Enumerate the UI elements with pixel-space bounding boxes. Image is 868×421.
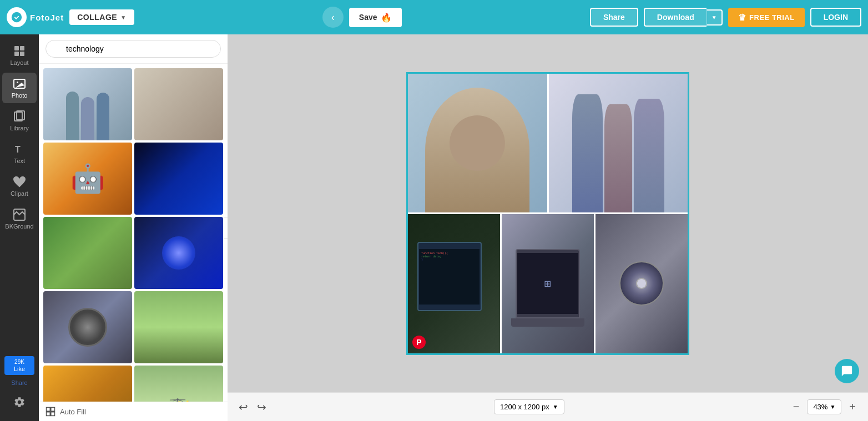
share-button[interactable]: Share: [590, 8, 638, 27]
panel-collapse-button[interactable]: ‹: [224, 217, 228, 239]
login-button[interactable]: LOGIN: [810, 8, 861, 27]
auto-fill-label: Auto Fill: [60, 408, 86, 416]
photo-thumb-office-plants[interactable]: [43, 217, 132, 289]
logo: FotoJet: [7, 7, 64, 27]
settings-button[interactable]: [9, 392, 30, 415]
collage-canvas[interactable]: function tech(){ return data; } P: [406, 72, 689, 355]
download-arrow-button[interactable]: ▼: [706, 9, 723, 26]
sidebar-text-label: Text: [14, 158, 25, 164]
photo-thumb-office-group[interactable]: [43, 68, 132, 140]
canvas-toolbar: ↩ ↪ 1200 x 1200 px ▼ − 43% ▼ +: [228, 392, 868, 421]
sidebar-bkground-label: BKGround: [5, 223, 33, 230]
photo-thumb-blue-light[interactable]: [134, 217, 223, 289]
crown-icon: ♛: [738, 12, 746, 23]
search-wrapper: [46, 40, 221, 58]
auto-fill-bar[interactable]: Auto Fill: [39, 402, 228, 421]
download-button[interactable]: Download: [644, 8, 706, 27]
photo-thumb-blue-abstract[interactable]: [134, 143, 223, 215]
photo-thumb-drone[interactable]: 🚁: [134, 366, 223, 402]
fb-count: 29K: [14, 359, 24, 365]
zoom-selector[interactable]: 43% ▼: [807, 399, 841, 414]
download-label: Download: [657, 13, 694, 22]
photo-thumb-robot[interactable]: 🤖: [43, 143, 132, 215]
zoom-in-button[interactable]: +: [846, 399, 859, 414]
search-bar: [39, 34, 228, 64]
redo-button[interactable]: ↪: [255, 398, 269, 416]
sidebar-library-label: Library: [10, 125, 29, 131]
photo-thumb-hard-drive[interactable]: [43, 291, 132, 363]
undo-button[interactable]: ↩: [236, 398, 250, 416]
collage-cell-3[interactable]: function tech(){ return data; } P: [408, 214, 500, 353]
mode-label: COLLAGE: [77, 13, 117, 22]
search-input[interactable]: [46, 40, 221, 58]
sidebar-item-text[interactable]: T Text: [2, 138, 37, 169]
sidebar-photo-label: Photo: [12, 92, 28, 99]
svg-rect-1: [14, 46, 19, 50]
svg-rect-5: [14, 79, 25, 88]
sidebar-item-library[interactable]: Library: [2, 105, 37, 136]
photo-thumb-workers[interactable]: [43, 366, 132, 402]
save-button[interactable]: Save 🔥: [349, 8, 402, 27]
sidebar-item-photo[interactable]: Photo: [2, 73, 37, 103]
login-label: LOGIN: [824, 13, 848, 22]
svg-rect-4: [20, 52, 24, 56]
canvas-area: function tech(){ return data; } P: [228, 34, 868, 421]
svg-rect-3: [14, 52, 19, 56]
download-group: Download ▼: [644, 8, 723, 27]
canvas-size-selector[interactable]: 1200 x 1200 px ▼: [494, 399, 564, 414]
fb-like-label: Like: [14, 366, 25, 372]
svg-rect-16: [51, 412, 55, 416]
svg-rect-14: [51, 408, 55, 412]
sidebar-item-bkground[interactable]: BKGround: [2, 204, 37, 234]
sidebar: Layout Photo Library T Text Clipart BKGr…: [0, 34, 39, 421]
svg-point-6: [17, 82, 18, 83]
svg-rect-15: [47, 412, 51, 416]
save-label: Save: [359, 13, 377, 22]
canvas-content: function tech(){ return data; } P: [228, 34, 868, 392]
chevron-down-icon: ▼: [711, 14, 717, 21]
svg-rect-2: [20, 46, 24, 50]
sidebar-clipart-label: Clipart: [11, 190, 28, 197]
sidebar-layout-label: Layout: [10, 59, 28, 66]
collage-cell-5[interactable]: [596, 214, 688, 353]
toolbar-right: − 43% ▼ +: [790, 399, 859, 414]
photo-panel: 🤖: [39, 34, 228, 421]
chevron-down-icon: ▼: [120, 14, 126, 21]
canvas-size-label: 1200 x 1200 px: [500, 403, 549, 411]
header: FotoJet COLLAGE ▼ ‹ Save 🔥 Share Downloa…: [0, 0, 868, 34]
photo-thumb-green-field[interactable]: [134, 291, 223, 363]
logo-icon: [7, 7, 27, 27]
fb-share-button[interactable]: Share: [7, 378, 32, 389]
photo-thumb-woman-laptop[interactable]: [134, 68, 223, 140]
svg-rect-13: [47, 408, 51, 412]
zoom-label: 43%: [813, 403, 827, 411]
toolbar-left: ↩ ↪: [236, 398, 269, 416]
svg-text:T: T: [15, 145, 21, 154]
zoom-out-button[interactable]: −: [790, 399, 803, 414]
app-name: FotoJet: [30, 13, 64, 22]
fb-like-button[interactable]: 29K Like: [4, 356, 34, 375]
sidebar-item-layout[interactable]: Layout: [2, 40, 37, 70]
free-trial-button[interactable]: ♛ FREE TRIAL: [728, 8, 805, 27]
chat-bubble-button[interactable]: [835, 359, 859, 383]
sidebar-item-clipart[interactable]: Clipart: [2, 171, 37, 201]
chevron-down-icon: ▼: [830, 404, 835, 410]
back-icon: ‹: [331, 12, 335, 23]
back-button[interactable]: ‹: [322, 7, 344, 28]
free-trial-label: FREE TRIAL: [749, 13, 795, 22]
toolbar-center: 1200 x 1200 px ▼: [494, 399, 564, 414]
photo-grid: 🤖: [39, 64, 228, 402]
fire-icon: 🔥: [381, 12, 392, 23]
main-body: Layout Photo Library T Text Clipart BKGr…: [0, 34, 868, 421]
collage-cell-1[interactable]: [408, 74, 547, 213]
share-label: Share: [603, 13, 625, 22]
collage-cell-4[interactable]: ⊞: [502, 214, 594, 353]
fb-share-label: Share: [11, 379, 27, 386]
mode-selector[interactable]: COLLAGE ▼: [69, 9, 134, 25]
svg-point-0: [12, 12, 22, 22]
chevron-down-icon: ▼: [553, 404, 558, 410]
collage-cell-2[interactable]: [549, 74, 688, 213]
